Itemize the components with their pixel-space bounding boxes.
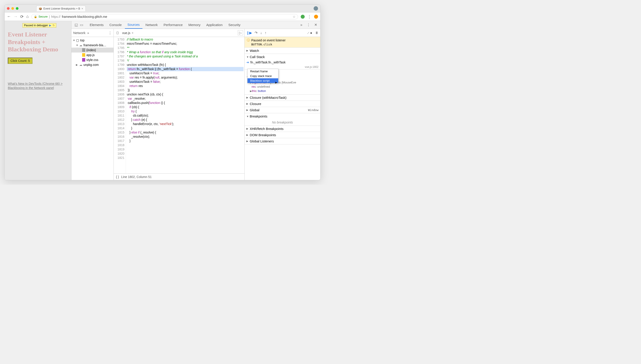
click-count-button[interactable]: Click Count: 5 [8, 58, 32, 64]
tab-title: Event Listener Breakpoints + B [44, 7, 80, 10]
tab-application[interactable]: Application [204, 21, 225, 28]
resume-icon[interactable]: ▶ [49, 24, 51, 27]
close-editor-tab-icon[interactable]: × [132, 31, 134, 35]
ctx-copy-stack-trace[interactable]: Copy stack trace [248, 74, 278, 78]
editor-nav-icon[interactable]: ⟨⟩ [115, 31, 120, 35]
maximize-window-button[interactable] [16, 7, 18, 10]
stack-frame[interactable]: ➔ fn._withTask.fn._withTask [244, 60, 320, 65]
page-content: Paused in debugger ▶ ↻ Event Listener Br… [5, 21, 72, 180]
paused-banner: ⓘPaused on event listener BUTTON.click [244, 37, 320, 48]
debugger-toolbar: ❙▶ ↷ ↓ ↑ ⟋● ⏸ [244, 29, 320, 37]
reload-button[interactable]: ⟳ [20, 14, 24, 19]
ctx-blackbox-script[interactable]: Blackbox script ➤ [248, 78, 278, 83]
navigator-header: Network » ⋮ [72, 29, 114, 37]
inspect-icon[interactable]: ◱ [74, 22, 78, 27]
section-dom-breakpoints[interactable]: ▶DOM Breakpoints [244, 132, 320, 138]
step-out-button[interactable]: ↑ [265, 31, 266, 35]
editor-tabs: ⟨⟩ vue.js × ▷ [114, 29, 244, 37]
tree-domain-unpkg[interactable]: ▶☁unpkg.com [72, 62, 114, 67]
tab-performance[interactable]: Performance [161, 21, 186, 28]
frame-location: vue.js:1802 [305, 66, 318, 68]
devtools-body: Network » ⋮ ▼▢top ▼☁framework-bla… (inde… [72, 29, 320, 180]
tree-file-index[interactable]: (index) [72, 48, 114, 52]
scope-res: res: undefined [250, 84, 318, 89]
editor-status: { } Line 1802, Column 51 [114, 173, 244, 180]
tab-memory[interactable]: Memory [186, 21, 203, 28]
callstack-header[interactable]: ▼Call Stack [244, 54, 320, 60]
bookmark-icon[interactable]: ☆ [293, 15, 296, 18]
step-icon[interactable]: ↻ [52, 24, 55, 27]
url-input[interactable]: 🔒 Secure | https://framework-blackboxing… [32, 14, 298, 19]
titlebar: 📦 Event Listener Breakpoints + B × [5, 5, 320, 12]
notification-icon[interactable] [314, 15, 318, 19]
paused-reason: Paused on event listener [251, 38, 286, 42]
resume-button[interactable]: ❙▶ [246, 31, 252, 35]
current-frame-icon: ➔ [246, 60, 249, 64]
back-button[interactable]: ← [7, 14, 11, 19]
tree-top[interactable]: ▼▢top [72, 38, 114, 43]
editor-tab-vuejs[interactable]: vue.js × [120, 30, 136, 36]
nav-menu-icon[interactable]: ⋮ [108, 31, 112, 35]
nav-more-icon[interactable]: » [87, 31, 89, 35]
paused-in-debugger-badge: Paused in debugger ▶ ↻ [22, 23, 56, 28]
url-protocol: https:// [51, 15, 60, 18]
nav-tab-network[interactable]: Network [73, 31, 86, 35]
section-closure2[interactable]: ▶Closure [244, 101, 320, 107]
home-button[interactable]: ⌂ [26, 14, 29, 19]
url-host: framework-blackboxing.glitch.me [62, 15, 107, 18]
devtools: ◱ ▭ Elements Console Sources Network Per… [72, 21, 320, 180]
close-devtools-icon[interactable]: ✕ [313, 22, 318, 27]
profile-avatar[interactable] [314, 6, 318, 11]
device-icon[interactable]: ▭ [79, 22, 84, 27]
section-watch[interactable]: ▶Watch [244, 48, 320, 54]
lock-icon: 🔒 [34, 15, 37, 18]
tree-file-appjs[interactable]: app.js [72, 52, 114, 58]
more-tabs-icon[interactable]: » [299, 22, 304, 27]
format-icon[interactable]: { } [116, 175, 119, 179]
section-global-listeners[interactable]: ▶Global Listeners [244, 138, 320, 144]
scope-this[interactable]: ▶this: button [250, 89, 318, 93]
forward-button[interactable]: → [14, 14, 18, 19]
sources-navigator: Network » ⋮ ▼▢top ▼☁framework-bla… (inde… [72, 29, 114, 180]
breakpoints-header[interactable]: ▼Breakpoints [244, 113, 320, 119]
pause-badge-text: Paused in debugger [24, 24, 48, 27]
tab-elements[interactable]: Elements [87, 21, 106, 28]
context-menu: Restart frame Copy stack trace Blackbox … [247, 69, 278, 83]
page-link[interactable]: What's New In DevTools (Chrome 66) > Bla… [8, 82, 68, 90]
no-breakpoints-text: No breakpoints [244, 119, 320, 126]
close-window-button[interactable] [7, 7, 10, 10]
cursor-icon: ➤ [275, 81, 277, 84]
tree-file-stylecss[interactable]: style.css [72, 58, 114, 62]
browser-tab[interactable]: 📦 Event Listener Breakpoints + B × [36, 6, 86, 11]
section-closure1[interactable]: ▶Closure (withMacroTask) [244, 94, 320, 101]
step-into-button[interactable]: ↓ [260, 31, 262, 35]
tab-security[interactable]: Security [226, 21, 243, 28]
run-snippet-icon[interactable]: ▷ [238, 30, 243, 36]
code: // fallback to macromicroTimerFunc = mac… [126, 37, 244, 173]
extension-icon[interactable] [301, 15, 305, 19]
menu-icon[interactable]: ⋮ [307, 14, 311, 19]
section-call-stack: ▼Call Stack ➔ fn._withTask.fn._withTask … [244, 54, 320, 70]
tab-network[interactable]: Network [143, 21, 160, 28]
step-over-button[interactable]: ↷ [254, 31, 258, 35]
tab-console[interactable]: Console [107, 21, 124, 28]
section-global[interactable]: ▶GlobalWindow [244, 107, 320, 113]
section-xhr-breakpoints[interactable]: ▶XHR/fetch Breakpoints [244, 126, 320, 132]
tab-sources[interactable]: Sources [125, 21, 142, 29]
section-breakpoints: ▼Breakpoints No breakpoints [244, 113, 320, 126]
minimize-window-button[interactable] [11, 7, 14, 10]
code-area[interactable]: 1793179417951796179717981799180018011802… [114, 37, 244, 173]
ctx-restart-frame[interactable]: Restart frame [248, 69, 278, 74]
deactivate-breakpoints-button[interactable]: ⟋● [306, 31, 312, 35]
settings-icon[interactable]: ⋮ [306, 22, 311, 27]
file-tree: ▼▢top ▼☁framework-bla… (index) app.js st… [72, 37, 114, 68]
pause-on-exceptions-button[interactable]: ⏸ [315, 31, 318, 35]
secure-label: Secure [38, 15, 48, 18]
tree-domain[interactable]: ▼☁framework-bla… [72, 43, 114, 48]
browser-window: 📦 Event Listener Breakpoints + B × ← → ⟳… [4, 4, 320, 180]
page-title: Event Listener Breakpoints + Blackboxing… [8, 31, 68, 53]
source-editor: ⟨⟩ vue.js × ▷ 17931794179517961797179817… [114, 29, 244, 180]
browser-tabs: 📦 Event Listener Breakpoints + B × [36, 6, 86, 11]
close-tab-icon[interactable]: × [82, 7, 83, 10]
info-icon: ⓘ [247, 38, 250, 42]
